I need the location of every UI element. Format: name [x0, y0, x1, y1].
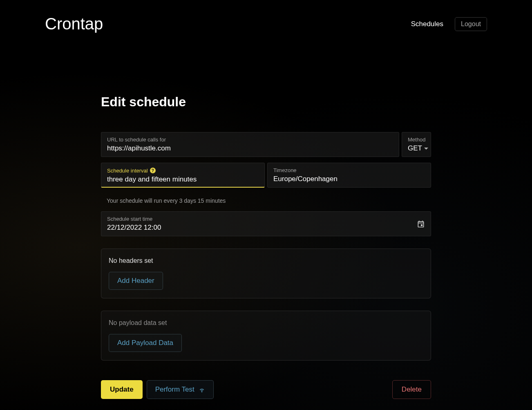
- payload-panel: No payload data set Add Payload Data: [101, 311, 431, 361]
- url-label: URL to schedule calls for: [107, 137, 393, 143]
- headers-empty-text: No headers set: [109, 257, 423, 264]
- chevron-down-icon: [424, 148, 428, 150]
- app-logo[interactable]: Crontap: [45, 15, 103, 33]
- interval-label: Schedule interval ?: [107, 168, 259, 174]
- method-field[interactable]: Method GET: [402, 132, 431, 157]
- method-label: Method: [408, 137, 425, 143]
- interval-help-text: Your schedule will run every 3 days 15 m…: [101, 193, 431, 204]
- logout-button[interactable]: Logout: [455, 17, 487, 31]
- actions-row: Update Perform Test Delete: [101, 380, 431, 399]
- payload-empty-text: No payload data set: [109, 319, 423, 327]
- url-input[interactable]: [107, 144, 393, 152]
- starttime-label: Schedule start time: [107, 216, 194, 222]
- starttime-field[interactable]: Schedule start time: [101, 211, 431, 236]
- method-value: GET: [408, 144, 422, 152]
- timezone-field[interactable]: Timezone: [267, 163, 431, 188]
- interval-label-text: Schedule interval: [107, 168, 148, 174]
- url-method-row: URL to schedule calls for Method GET: [101, 132, 431, 157]
- add-payload-button[interactable]: Add Payload Data: [109, 334, 182, 352]
- actions-left: Update Perform Test: [101, 380, 214, 399]
- starttime-input[interactable]: [107, 224, 194, 232]
- page-title: Edit schedule: [101, 94, 431, 110]
- main-container: Edit schedule URL to schedule calls for …: [101, 33, 431, 399]
- nav-schedules[interactable]: Schedules: [411, 20, 443, 28]
- svg-point-0: [201, 392, 202, 392]
- perform-test-button[interactable]: Perform Test: [147, 380, 214, 399]
- timezone-label: Timezone: [273, 167, 425, 173]
- starttime-left: Schedule start time: [107, 216, 194, 232]
- add-header-button[interactable]: Add Header: [109, 272, 163, 290]
- delete-button[interactable]: Delete: [392, 380, 431, 399]
- headers-panel: No headers set Add Header: [101, 249, 431, 298]
- app-header: Crontap Schedules Logout: [0, 0, 532, 33]
- interval-input[interactable]: [107, 175, 259, 184]
- perform-test-label: Perform Test: [155, 385, 194, 394]
- timezone-input[interactable]: [273, 175, 425, 183]
- url-field[interactable]: URL to schedule calls for: [101, 132, 399, 157]
- interval-timezone-row: Schedule interval ? Timezone: [101, 163, 431, 188]
- method-select[interactable]: GET: [408, 144, 425, 152]
- calendar-icon[interactable]: [417, 220, 425, 228]
- wifi-icon: [199, 386, 205, 393]
- help-icon[interactable]: ?: [150, 168, 156, 173]
- nav-right: Schedules Logout: [411, 17, 487, 31]
- interval-field[interactable]: Schedule interval ?: [101, 163, 265, 188]
- update-button[interactable]: Update: [101, 380, 143, 399]
